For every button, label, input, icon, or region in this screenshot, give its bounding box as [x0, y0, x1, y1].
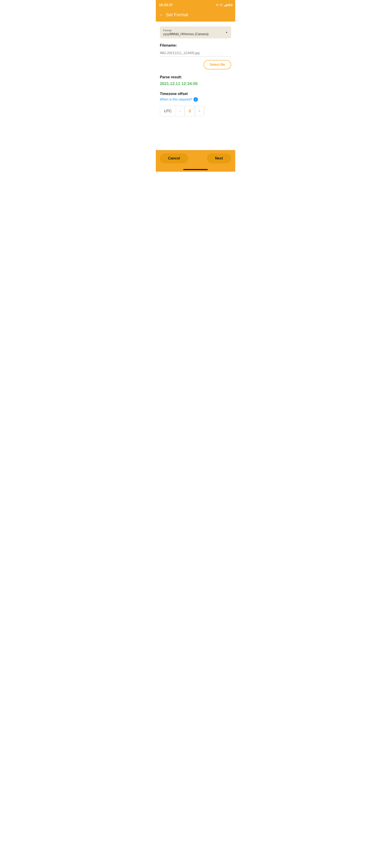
parse-result-value: 2021.12.11 12:34:05: [160, 81, 231, 86]
select-file-button[interactable]: Select file: [204, 60, 231, 69]
utc-label: UTC: [160, 106, 176, 116]
cancel-button[interactable]: Cancel: [160, 153, 188, 163]
filename-section: Filename:: [160, 43, 231, 60]
timezone-title: Timezone offset: [160, 92, 231, 96]
info-icon[interactable]: i: [193, 97, 198, 102]
wifi-icon: [219, 4, 223, 6]
stepper-value: 0: [185, 106, 195, 116]
battery-icon: [228, 4, 232, 6]
footer: Cancel Next: [156, 150, 235, 169]
format-dropdown[interactable]: Format yyyyMMdd_HHmmss (Camera) ▼: [160, 26, 231, 38]
parse-result-label: Parse result:: [160, 75, 231, 79]
timezone-link-row: When is this required? i: [160, 97, 231, 102]
home-bar: [183, 169, 208, 170]
filename-input[interactable]: [160, 50, 231, 57]
signal-icon: [224, 4, 227, 6]
back-button[interactable]: ←: [159, 12, 164, 18]
increment-button[interactable]: +: [195, 106, 204, 116]
app-bar: ← Set Format: [156, 10, 235, 22]
timezone-section: Timezone offset When is this required? i…: [160, 92, 231, 116]
app-title: Set Format: [166, 12, 188, 18]
timezone-link-text[interactable]: When is this required?: [160, 98, 192, 101]
status-icons: ✉: [216, 3, 232, 7]
message-icon: ✉: [216, 3, 219, 7]
dropdown-arrow-icon: ▼: [225, 31, 228, 34]
status-time: 15:23:37: [159, 3, 173, 7]
next-button[interactable]: Next: [207, 153, 231, 163]
format-label: Format: [163, 29, 225, 32]
filename-label: Filename:: [160, 43, 231, 48]
home-indicator: [156, 169, 235, 172]
utc-stepper: UTC − 0 +: [160, 106, 204, 116]
main-content: Format yyyyMMdd_HHmmss (Camera) ▼ Filena…: [156, 22, 235, 150]
status-bar: 15:23:37 ✉: [156, 0, 235, 10]
decrement-button[interactable]: −: [176, 106, 185, 116]
format-dropdown-inner: Format yyyyMMdd_HHmmss (Camera): [163, 29, 225, 36]
format-value: yyyyMMdd_HHmmss (Camera): [163, 32, 225, 36]
parse-result-section: Parse result: 2021.12.11 12:34:05: [160, 75, 231, 86]
